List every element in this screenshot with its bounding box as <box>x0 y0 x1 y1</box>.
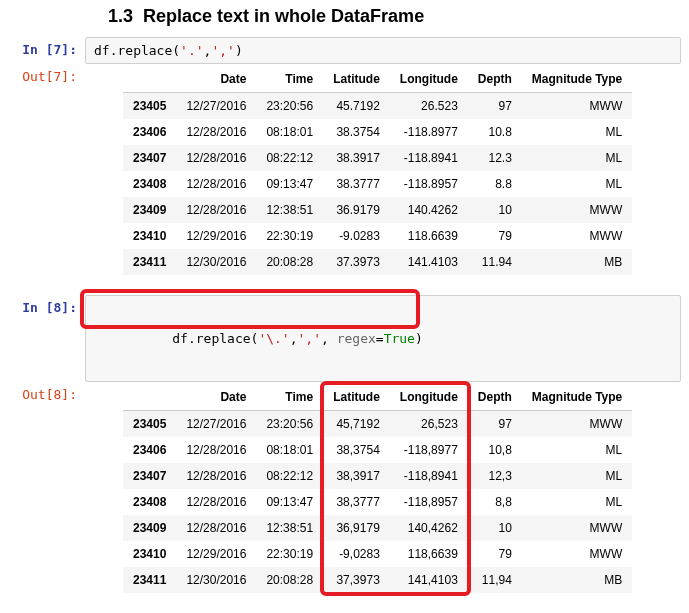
table-row: 2340612/28/201608:18:0138,3754-118,89771… <box>123 437 632 463</box>
cell: MB <box>522 567 632 593</box>
cell: 12/28/2016 <box>176 437 256 463</box>
code-kw-sep: , <box>321 331 337 346</box>
table-row: 2340812/28/201609:13:4738,3777-118,89578… <box>123 489 632 515</box>
column-header: Magnitude Type <box>522 384 632 411</box>
table-row: 2340812/28/201609:13:4738.3777-118.89578… <box>123 171 632 197</box>
code-str1: '.' <box>180 43 203 58</box>
table-row: 2341012/29/201622:30:19-9,0283118,663979… <box>123 541 632 567</box>
code-fn: df.replace( <box>94 43 180 58</box>
cell: MWW <box>522 411 632 438</box>
output-cell-8: Out[8]: DateTimeLatitudeLongitudeDepthMa… <box>0 382 689 610</box>
column-header: Date <box>176 66 256 93</box>
output-area: DateTimeLatitudeLongitudeDepthMagnitude … <box>85 64 689 289</box>
cell: 12/29/2016 <box>176 541 256 567</box>
cell: 12,3 <box>468 463 522 489</box>
cell: 79 <box>468 223 522 249</box>
cell: 12/27/2016 <box>176 411 256 438</box>
column-header: Depth <box>468 384 522 411</box>
code-close: ) <box>235 43 243 58</box>
cell: 11.94 <box>468 249 522 275</box>
cell: 23:20:56 <box>256 93 323 120</box>
row-index: 23409 <box>123 197 176 223</box>
cell: 26.523 <box>390 93 468 120</box>
table-row: 2340912/28/201612:38:5136,9179140,426210… <box>123 515 632 541</box>
cell: ML <box>522 489 632 515</box>
cell: -118.8977 <box>390 119 468 145</box>
cell: MB <box>522 249 632 275</box>
row-index: 23409 <box>123 515 176 541</box>
cell: 8.8 <box>468 171 522 197</box>
cell: 118,6639 <box>390 541 468 567</box>
cell: ML <box>522 171 632 197</box>
section-title: Replace text in whole DataFrame <box>143 6 424 26</box>
cell: 36,9179 <box>323 515 390 541</box>
cell: MWW <box>522 197 632 223</box>
code-kw-eq: = <box>376 331 384 346</box>
row-index: 23410 <box>123 541 176 567</box>
code-input[interactable]: df.replace('\.',',', regex=True) <box>85 295 681 382</box>
cell: 12/30/2016 <box>176 249 256 275</box>
table-row: 2340912/28/201612:38:5136.9179140.426210… <box>123 197 632 223</box>
cell: -118,8957 <box>390 489 468 515</box>
cell: ML <box>522 145 632 171</box>
column-header: Magnitude Type <box>522 66 632 93</box>
cell: 36.9179 <box>323 197 390 223</box>
cell: 38.3917 <box>323 145 390 171</box>
cell: 38,3777 <box>323 489 390 515</box>
cell: -118,8977 <box>390 437 468 463</box>
cell: ML <box>522 437 632 463</box>
table-row: 2341012/29/201622:30:19-9.0283118.663979… <box>123 223 632 249</box>
cell: 12/28/2016 <box>176 171 256 197</box>
cell: -118.8941 <box>390 145 468 171</box>
output-prompt: Out[7]: <box>0 64 85 89</box>
row-index: 23410 <box>123 223 176 249</box>
cell: 12.3 <box>468 145 522 171</box>
table-row: 2340712/28/201608:22:1238,3917-118,89411… <box>123 463 632 489</box>
cell: MWW <box>522 93 632 120</box>
cell: 38.3777 <box>323 171 390 197</box>
cell: 12/28/2016 <box>176 489 256 515</box>
cell: 20:08:28 <box>256 567 323 593</box>
cell: -118.8957 <box>390 171 468 197</box>
code-str1: '\.' <box>258 331 289 346</box>
column-header: Depth <box>468 66 522 93</box>
code-fn: df.replace( <box>172 331 258 346</box>
cell: 08:18:01 <box>256 437 323 463</box>
cell: 97 <box>468 93 522 120</box>
cell: 10 <box>468 197 522 223</box>
cell: 8,8 <box>468 489 522 515</box>
cell: 12/28/2016 <box>176 145 256 171</box>
cell: 38,3754 <box>323 437 390 463</box>
column-header: Longitude <box>390 66 468 93</box>
cell: 20:08:28 <box>256 249 323 275</box>
row-index: 23411 <box>123 249 176 275</box>
cell: 37.3973 <box>323 249 390 275</box>
row-index: 23408 <box>123 489 176 515</box>
section-header: 1.3 Replace text in whole DataFrame <box>0 0 689 37</box>
row-index: 23406 <box>123 437 176 463</box>
table-row: 2341112/30/201620:08:2837.3973141.410311… <box>123 249 632 275</box>
column-header: Longitude <box>390 384 468 411</box>
cell: 10,8 <box>468 437 522 463</box>
table-row: 2340512/27/201623:20:5645,719226,52397MW… <box>123 411 632 438</box>
cell: 08:22:12 <box>256 145 323 171</box>
row-index: 23405 <box>123 93 176 120</box>
cell: 45,7192 <box>323 411 390 438</box>
table-row: 2341112/30/201620:08:2837,3973141,410311… <box>123 567 632 593</box>
column-header: Latitude <box>323 384 390 411</box>
cell: 09:13:47 <box>256 171 323 197</box>
code-close: ) <box>415 331 423 346</box>
cell: 118.6639 <box>390 223 468 249</box>
cell: 08:18:01 <box>256 119 323 145</box>
code-cell-7: In [7]: df.replace('.',',') <box>0 37 689 64</box>
cell: MWW <box>522 515 632 541</box>
cell: -9.0283 <box>323 223 390 249</box>
cell: 140.4262 <box>390 197 468 223</box>
column-header: Time <box>256 66 323 93</box>
cell: 45.7192 <box>323 93 390 120</box>
table-row: 2340512/27/201623:20:5645.719226.52397MW… <box>123 93 632 120</box>
code-input[interactable]: df.replace('.',',') <box>85 37 681 64</box>
cell: 141,4103 <box>390 567 468 593</box>
cell: -9,0283 <box>323 541 390 567</box>
column-header: Time <box>256 384 323 411</box>
